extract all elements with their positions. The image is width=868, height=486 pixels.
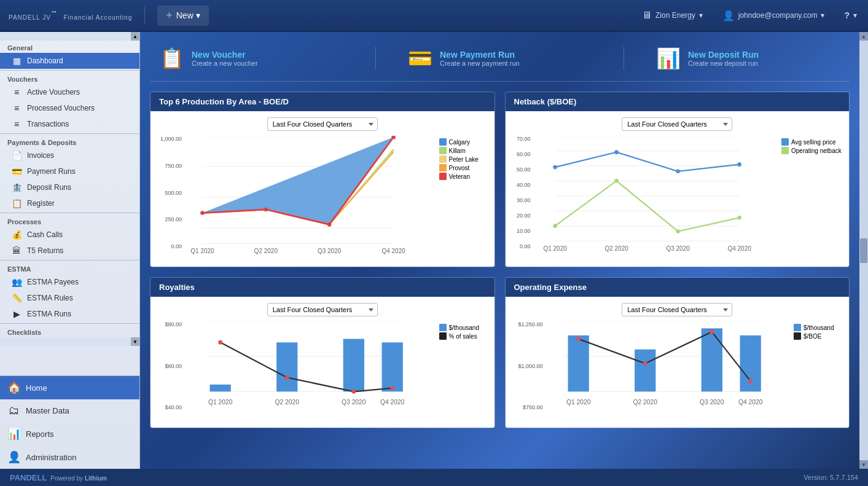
chart-top-production-filter[interactable]: Last Four Closed Quarters This Year Last…	[267, 117, 378, 131]
estma-runs-icon: ▶	[11, 309, 22, 319]
new-deposit-run-action[interactable]: 📊 New Deposit Run Create new deposit run	[649, 42, 847, 75]
sidebar-scroll[interactable]: ▲ General ▦ Dashboard Vouchers ≡ Active …	[0, 32, 139, 375]
svg-point-59	[748, 379, 753, 383]
y-axis: $80.00 $60.00 $40.00	[157, 321, 184, 421]
scroll-down-arrow[interactable]: ▼	[859, 460, 868, 469]
user-menu[interactable]: 👤 johndoe@company.com ▾	[717, 7, 830, 24]
new-deposit-run-icon: 📊	[656, 47, 681, 70]
sidebar-item-payment-runs[interactable]: 💳 Payment Runs	[0, 163, 139, 179]
sidebar-item-processed-vouchers[interactable]: ≡ Processed Vouchers	[0, 100, 139, 116]
chart-top-production: Top 6 Production By Area - BOE/D Last Fo…	[150, 92, 495, 267]
sidebar-item-cash-calls[interactable]: 💰 Cash Calls	[0, 227, 139, 243]
svg-point-44	[390, 386, 394, 390]
sidebar-item-t5-returns[interactable]: 🏛 T5 Returns	[0, 243, 139, 259]
help-menu[interactable]: ? ▾	[839, 8, 862, 23]
content-scrollbar[interactable]: ▲ ▼	[859, 32, 868, 469]
legend-calgary: Calgary	[439, 138, 488, 146]
y-axis: $1,250.00 $1,000.00 $750.00	[512, 321, 545, 421]
svg-text:Q2 2020: Q2 2020	[633, 399, 657, 406]
sidebar-item-register[interactable]: 📋 Register	[0, 195, 139, 211]
sidebar-bottom-reports[interactable]: 📊 Reports	[0, 422, 139, 445]
sidebar-section-checklists: Checklists	[0, 325, 139, 337]
legend-dollar-boe: $/BOE	[794, 332, 843, 340]
sidebar-item-deposit-runs[interactable]: 🏦 Deposit Runs	[0, 179, 139, 195]
sidebar-item-active-vouchers[interactable]: ≡ Active Vouchers	[0, 84, 139, 100]
company-selector[interactable]: 🖥 Zion Energy ▾	[637, 7, 708, 23]
sidebar-section-estma: ESTMA	[0, 262, 139, 274]
chart-netback: Netback ($/BOE) Last Four Closed Quarter…	[505, 92, 850, 267]
footer-powered-by: Powered by	[50, 475, 83, 482]
sidebar-item-transactions[interactable]: ≡ Transactions	[0, 116, 139, 132]
svg-text:Q4 2020: Q4 2020	[381, 248, 405, 254]
sidebar-bottom-master-data[interactable]: 🗂 Master Data	[0, 399, 139, 422]
svg-text:Q1 2020: Q1 2020	[543, 245, 567, 252]
svg-text:Q2 2020: Q2 2020	[604, 245, 628, 252]
dashboard-grid: Top 6 Production By Area - BOE/D Last Fo…	[140, 87, 859, 438]
chevron-down-icon: ▾	[853, 11, 857, 20]
svg-point-25	[737, 162, 741, 167]
svg-point-56	[576, 337, 581, 341]
active-vouchers-icon: ≡	[11, 87, 22, 97]
svg-point-28	[676, 229, 680, 233]
sidebar-scroll-down[interactable]: ▼	[131, 337, 139, 346]
legend-color	[781, 147, 789, 154]
chart-operating-expense-title: Operating Expense	[514, 283, 587, 292]
chart-operating-expense-legend: $/thousand $/BOE	[794, 321, 843, 421]
sidebar-bottom-label: Home	[26, 383, 47, 393]
chart-netback-legend: Avg selling price Operating netback	[781, 136, 843, 261]
app-name: PANDELL JV	[9, 14, 51, 21]
processed-vouchers-icon: ≡	[11, 103, 22, 113]
chart-operating-expense-svg-area: Q1 2020 Q2 2020 Q3 2020 Q4 2020	[550, 321, 789, 421]
chart-top-production-title: Top 6 Production By Area - BOE/D	[159, 97, 289, 106]
new-voucher-action[interactable]: 📋 New Voucher Create a new voucher	[152, 42, 351, 75]
chart-netback-filter[interactable]: Last Four Closed Quarters This Year Last…	[622, 117, 732, 131]
new-voucher-text: New Voucher Create a new voucher	[192, 50, 258, 67]
legend-provost: Provost	[439, 164, 488, 171]
chart-top-production-wrapper: 1,000.00 750.00 500.00 250.00 0.00	[157, 136, 488, 261]
operating-expense-chart-svg: Q1 2020 Q2 2020 Q3 2020 Q4 2020	[550, 321, 789, 420]
scroll-up-arrow[interactable]: ▲	[859, 32, 868, 41]
sidebar-bottom-label: Administration	[26, 453, 76, 462]
new-payment-run-action[interactable]: 💳 New Payment Run Create a new payment r…	[401, 42, 599, 75]
sidebar-section-vouchers: Vouchers	[0, 72, 139, 84]
chart-netback-body: Last Four Closed Quarters This Year Last…	[506, 111, 850, 267]
quick-actions-bar: 📋 New Voucher Create a new voucher 💳 New…	[140, 32, 859, 81]
svg-text:Q3 2020: Q3 2020	[342, 399, 366, 406]
sidebar-bottom-label: Master Data	[26, 406, 69, 415]
chart-top-production-controls: Last Four Closed Quarters This Year Last…	[157, 117, 488, 131]
svg-text:Q3 2020: Q3 2020	[666, 245, 690, 252]
sidebar-bottom-home[interactable]: 🏠 Home	[0, 376, 139, 399]
sidebar-bottom: 🏠 Home 🗂 Master Data 📊 Reports 👤 Adminis…	[0, 375, 139, 469]
royalties-chart-svg: Q1 2020 Q2 2020 Q3 2020 Q4 2020	[189, 321, 434, 420]
chart-royalties: Royalties Last Four Closed Quarters This…	[150, 277, 495, 428]
sidebar-section-processes: Processes	[0, 214, 139, 227]
topbar-divider	[144, 7, 145, 24]
chart-royalties-title: Royalties	[159, 283, 195, 292]
new-menu-button[interactable]: + New ▾	[157, 6, 208, 26]
user-icon: 👤	[722, 10, 735, 22]
sidebar-item-invoices[interactable]: 📄 Invoices	[0, 147, 139, 163]
sidebar-item-estma-payees[interactable]: 👥 ESTMA Payees	[0, 274, 139, 290]
svg-point-22	[553, 165, 557, 170]
footer-powered-name: Lithium	[85, 475, 107, 482]
sidebar-bottom-label: Reports	[26, 429, 54, 439]
sidebar-item-estma-runs[interactable]: ▶ ESTMA Runs	[0, 306, 139, 322]
scroll-thumb[interactable]	[860, 238, 867, 263]
chart-operating-expense-filter[interactable]: Last Four Closed Quarters This Year Last…	[622, 303, 732, 316]
sidebar-item-estma-rules[interactable]: 📏 ESTMA Rules	[0, 290, 139, 306]
chart-operating-expense-header: Operating Expense	[506, 278, 850, 297]
chart-netback-wrapper: 70.00 60.00 50.00 40.00 30.00 20.00 10.0…	[512, 136, 843, 261]
sidebar-item-dashboard[interactable]: ▦ Dashboard	[0, 53, 139, 69]
sidebar-section-payments: Payments & Deposits	[0, 135, 139, 147]
svg-point-43	[351, 390, 356, 394]
legend-veteran: Veteran	[439, 173, 488, 180]
chart-royalties-filter[interactable]: Last Four Closed Quarters This Year Last…	[267, 303, 378, 316]
legend-color	[439, 155, 447, 163]
sidebar-item-label: Cash Calls	[27, 230, 63, 239]
sidebar-item-label: Active Vouchers	[27, 88, 80, 96]
invoices-icon: 📄	[11, 151, 22, 160]
sidebar-bottom-administration[interactable]: 👤 Administration	[0, 445, 139, 469]
svg-point-42	[285, 375, 289, 380]
svg-rect-40	[382, 342, 403, 391]
sidebar-scroll-up[interactable]: ▲	[131, 32, 139, 41]
